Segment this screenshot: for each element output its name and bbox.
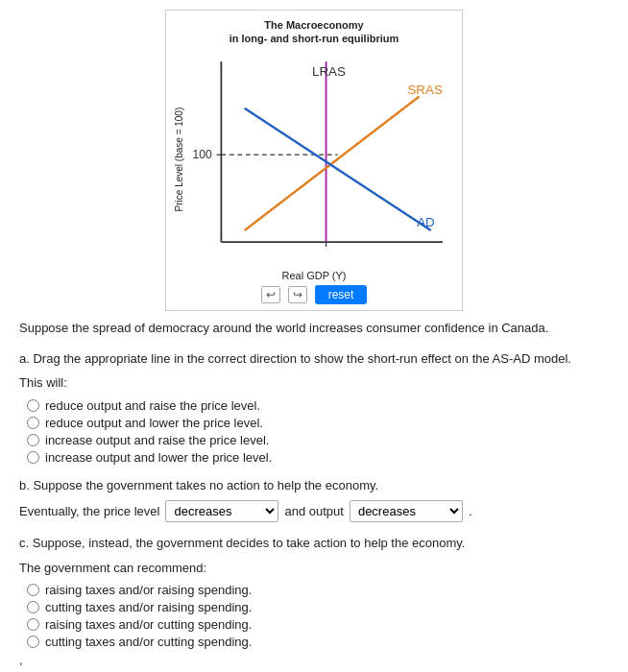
part-a-option-1-text: reduce output and raise the price level. — [45, 398, 260, 413]
svg-text:100: 100 — [192, 147, 211, 160]
chart-area: Price Level (base = 100) 100 LRAS — [174, 50, 454, 268]
part-b-connector: and output — [284, 504, 343, 518]
part-b-text: Eventually, the price level — [19, 504, 159, 518]
undo-button[interactable]: ↩ — [261, 286, 280, 303]
chart-title: The Macroeconomy in long- and short-run … — [174, 18, 454, 46]
chart-controls: ↩ ↪ reset — [174, 281, 454, 306]
part-a-radio-4[interactable] — [27, 451, 39, 464]
part-c-comma: , — [19, 653, 609, 667]
part-c-option-4[interactable]: cutting taxes and/or cutting spending. — [27, 635, 609, 649]
chart-container: The Macroeconomy in long- and short-run … — [19, 10, 609, 311]
part-c-option-3[interactable]: raising taxes and/or cutting spending. — [27, 617, 609, 632]
part-c-option-4-text: cutting taxes and/or cutting spending. — [45, 635, 252, 649]
part-b-section: b. Suppose the government takes no actio… — [19, 476, 609, 523]
part-a-option-4-text: increase output and lower the price leve… — [45, 450, 272, 465]
part-c-option-1-text: raising taxes and/or raising spending. — [45, 583, 252, 597]
part-a-sub: This will: — [19, 373, 609, 393]
part-c-radio-3[interactable] — [27, 618, 39, 631]
svg-text:SRAS: SRAS — [407, 83, 442, 97]
part-a-radio-3[interactable] — [27, 434, 39, 446]
part-c-option-1[interactable]: raising taxes and/or raising spending. — [27, 583, 609, 597]
chart-title-line1: The Macroeconomy — [264, 19, 363, 31]
part-a-section: a. Drag the appropriate line in the corr… — [19, 349, 609, 465]
part-a-option-4[interactable]: increase output and lower the price leve… — [27, 450, 609, 465]
svg-line-9 — [245, 108, 431, 229]
part-b-period: . — [469, 504, 472, 518]
svg-line-7 — [245, 96, 420, 229]
part-a-option-1[interactable]: reduce output and raise the price level. — [27, 398, 609, 413]
chart-box: The Macroeconomy in long- and short-run … — [165, 10, 463, 311]
chart-title-line2: in long- and short-run equilibrium — [229, 33, 399, 44]
part-a-option-3-text: increase output and raise the price leve… — [45, 433, 269, 447]
reset-button[interactable]: reset — [315, 285, 368, 304]
part-a-radio-1[interactable] — [27, 399, 39, 412]
redo-button[interactable]: ↪ — [288, 286, 307, 303]
part-b-label: b. Suppose the government takes no actio… — [19, 476, 609, 495]
part-c-section: c. Suppose, instead, the government deci… — [19, 534, 609, 667]
part-c-radio-4[interactable] — [27, 636, 39, 648]
part-a-option-2-text: reduce output and lower the price level. — [45, 416, 263, 430]
part-c-option-3-text: raising taxes and/or cutting spending. — [45, 617, 252, 632]
part-c-sub: The government can recommend: — [19, 559, 609, 578]
part-b-dropdown-2[interactable]: decreases increases stays the same — [350, 500, 463, 522]
part-c-option-2-text: cutting taxes and/or raising spending. — [45, 600, 252, 614]
question-intro: Suppose the spread of democracy around t… — [19, 319, 609, 338]
part-a-radio-2[interactable] — [27, 417, 39, 429]
part-a-options: reduce output and raise the price level.… — [27, 398, 609, 465]
y-axis-label: Price Level (base = 100) — [174, 50, 184, 268]
question-intro-section: Suppose the spread of democracy around t… — [19, 319, 609, 338]
part-a-label: a. Drag the appropriate line in the corr… — [19, 349, 609, 369]
part-c-radio-2[interactable] — [27, 601, 39, 613]
part-c-option-2[interactable]: cutting taxes and/or raising spending. — [27, 600, 609, 614]
svg-text:LRAS: LRAS — [312, 63, 346, 78]
graph-svg[interactable]: 100 LRAS SRAS AD — [186, 50, 454, 268]
part-a-option-2[interactable]: reduce output and lower the price level. — [27, 416, 609, 430]
part-c-options: raising taxes and/or raising spending. c… — [27, 583, 609, 649]
x-axis-label: Real GDP (Y) — [174, 270, 454, 281]
part-b-dropdown-1[interactable]: decreases increases stays the same — [165, 500, 278, 522]
part-c-label: c. Suppose, instead, the government deci… — [19, 534, 609, 553]
part-c-radio-1[interactable] — [27, 584, 39, 596]
part-a-option-3[interactable]: increase output and raise the price leve… — [27, 433, 609, 447]
part-b-inline: Eventually, the price level decreases in… — [19, 500, 609, 522]
svg-text:AD: AD — [417, 215, 435, 229]
